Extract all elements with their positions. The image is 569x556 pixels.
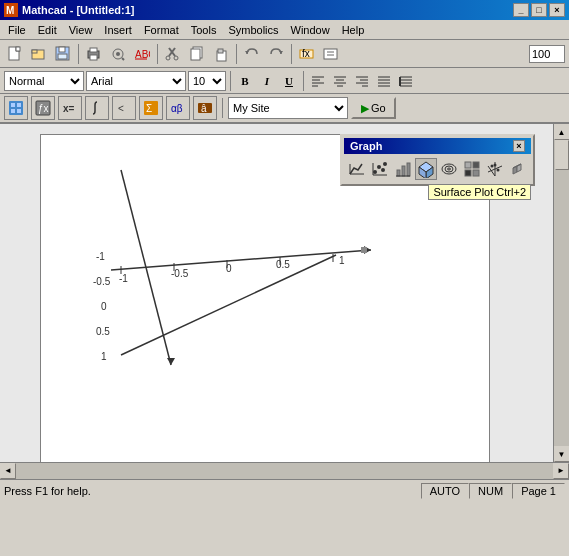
svg-point-93: [383, 162, 387, 166]
svg-text:x=: x=: [63, 103, 75, 114]
zoom-input[interactable]: 100: [529, 45, 565, 63]
new-btn[interactable]: [4, 43, 26, 65]
menu-symbolics[interactable]: Symbolics: [222, 22, 284, 38]
svg-rect-10: [90, 48, 97, 52]
svg-text:â: â: [201, 103, 207, 114]
status-help-text: Press F1 for help.: [4, 485, 421, 497]
svg-rect-87: [361, 247, 367, 253]
menu-help[interactable]: Help: [336, 22, 371, 38]
undo-btn[interactable]: [241, 43, 263, 65]
list-btn[interactable]: [396, 71, 416, 91]
svg-rect-56: [17, 103, 21, 107]
size-select[interactable]: 10: [188, 71, 226, 91]
svg-text:Σ: Σ: [146, 103, 152, 114]
svg-rect-57: [17, 109, 21, 113]
equals-btn[interactable]: x=: [58, 96, 82, 120]
scroll-right-btn[interactable]: ►: [553, 463, 569, 479]
svg-point-105: [448, 168, 451, 170]
spell-btn[interactable]: ABC: [131, 43, 153, 65]
svg-point-20: [174, 56, 178, 60]
scroll-track-v[interactable]: [554, 140, 570, 446]
save-btn[interactable]: [52, 43, 74, 65]
sum-btn[interactable]: Σ: [139, 96, 163, 120]
insert-math-btn[interactable]: fx: [296, 43, 318, 65]
menu-insert[interactable]: Insert: [98, 22, 138, 38]
scroll-thumb-v[interactable]: [555, 140, 569, 170]
3d-bar-btn[interactable]: [507, 158, 529, 180]
work-area: -1 -0.5 0 0.5 1 1 0.5 0 -0.5 -1: [0, 124, 553, 462]
contour-btn[interactable]: [438, 158, 460, 180]
open-btn[interactable]: [28, 43, 50, 65]
less-than-btn[interactable]: <: [112, 96, 136, 120]
separator-3: [236, 44, 237, 64]
minimize-btn[interactable]: _: [513, 3, 529, 17]
redo-btn[interactable]: [265, 43, 287, 65]
svg-rect-55: [11, 109, 15, 113]
italic-btn[interactable]: I: [257, 71, 277, 91]
menu-file[interactable]: File: [2, 22, 32, 38]
surface-plot-tooltip: Surface Plot Ctrl+2: [428, 184, 531, 200]
svg-text:-0.5: -0.5: [93, 276, 111, 287]
matrix-btn[interactable]: [4, 96, 28, 120]
print-btn[interactable]: [83, 43, 105, 65]
graph-toolbar-title[interactable]: Graph ×: [344, 138, 531, 154]
graph-toolbar-panel: Graph ×: [340, 134, 535, 186]
3d-scatter-btn[interactable]: [484, 158, 506, 180]
paste-btn[interactable]: [210, 43, 232, 65]
insert-text-btn[interactable]: [320, 43, 342, 65]
scroll-track-h[interactable]: [16, 463, 553, 479]
svg-rect-24: [218, 49, 223, 53]
svg-text:ƒx: ƒx: [38, 103, 49, 114]
svg-point-90: [373, 170, 377, 174]
line-graph-btn[interactable]: [346, 158, 368, 180]
svg-point-19: [166, 56, 170, 60]
density-btn[interactable]: [461, 158, 483, 180]
copy-btn[interactable]: [186, 43, 208, 65]
menu-edit[interactable]: Edit: [32, 22, 63, 38]
svg-rect-107: [473, 162, 479, 168]
graph-toolbar-close-btn[interactable]: ×: [513, 140, 525, 152]
close-btn[interactable]: ×: [549, 3, 565, 17]
go-button[interactable]: ▶ Go: [351, 97, 396, 119]
font-select[interactable]: Arial: [86, 71, 186, 91]
scroll-left-btn[interactable]: ◄: [0, 463, 16, 479]
integral-btn[interactable]: [85, 96, 109, 120]
site-select[interactable]: My Site: [228, 97, 348, 119]
status-indicators: AUTO NUM Page 1: [421, 483, 565, 499]
surface-plot-btn[interactable]: [415, 158, 437, 180]
menu-tools[interactable]: Tools: [185, 22, 223, 38]
scroll-up-btn[interactable]: ▲: [554, 124, 570, 140]
status-auto: AUTO: [421, 483, 469, 499]
separator-4: [291, 44, 292, 64]
cut-btn[interactable]: [162, 43, 184, 65]
scroll-down-btn[interactable]: ▼: [554, 446, 570, 462]
svg-text:0.5: 0.5: [96, 326, 110, 337]
preview-btn[interactable]: [107, 43, 129, 65]
svg-rect-97: [402, 166, 405, 176]
style-select[interactable]: Normal: [4, 71, 84, 91]
align-left-btn[interactable]: [308, 71, 328, 91]
menu-window[interactable]: Window: [285, 22, 336, 38]
menu-format[interactable]: Format: [138, 22, 185, 38]
bar-graph-btn[interactable]: [392, 158, 414, 180]
svg-rect-7: [59, 47, 65, 52]
title-controls[interactable]: _ □ ×: [513, 3, 565, 17]
status-num: NUM: [469, 483, 512, 499]
align-right-btn[interactable]: [352, 71, 372, 91]
align-center-btn[interactable]: [330, 71, 350, 91]
main-toolbar: ABC fx 100: [0, 40, 569, 68]
bold-btn[interactable]: B: [235, 71, 255, 91]
formatting-toolbar: Normal Arial 10 B I U: [0, 68, 569, 94]
maximize-btn[interactable]: □: [531, 3, 547, 17]
justify-btn[interactable]: [374, 71, 394, 91]
horizontal-scrollbar: ◄ ►: [0, 462, 569, 478]
alpha-beta-btn[interactable]: αβ: [166, 96, 190, 120]
menu-view[interactable]: View: [63, 22, 99, 38]
scatter-btn[interactable]: [369, 158, 391, 180]
hat-btn[interactable]: â: [193, 96, 217, 120]
svg-point-91: [377, 165, 381, 169]
underline-btn[interactable]: U: [279, 71, 299, 91]
separator-6: [303, 71, 304, 91]
svg-text:<: <: [118, 103, 124, 114]
calc-btn[interactable]: ƒx: [31, 96, 55, 120]
